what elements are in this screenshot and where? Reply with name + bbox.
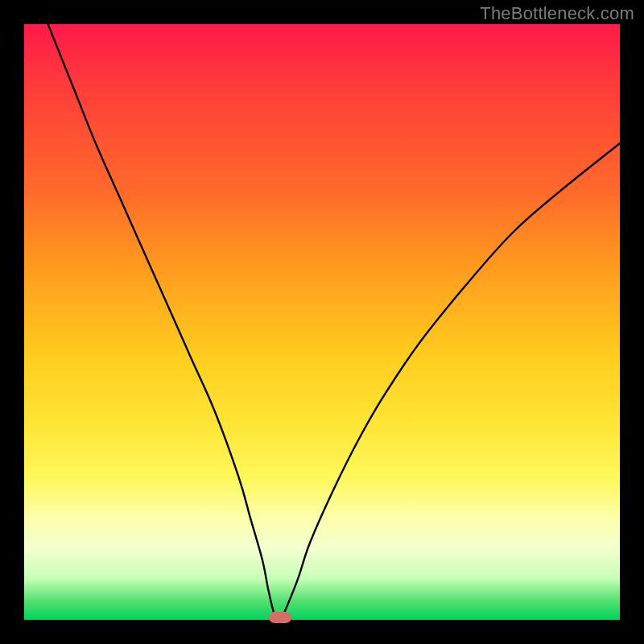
watermark-text: TheBottleneck.com	[480, 3, 634, 24]
plot-area	[24, 24, 620, 620]
chart-frame: TheBottleneck.com	[0, 0, 644, 644]
bottleneck-curve	[24, 24, 620, 620]
optimum-marker	[269, 612, 291, 623]
